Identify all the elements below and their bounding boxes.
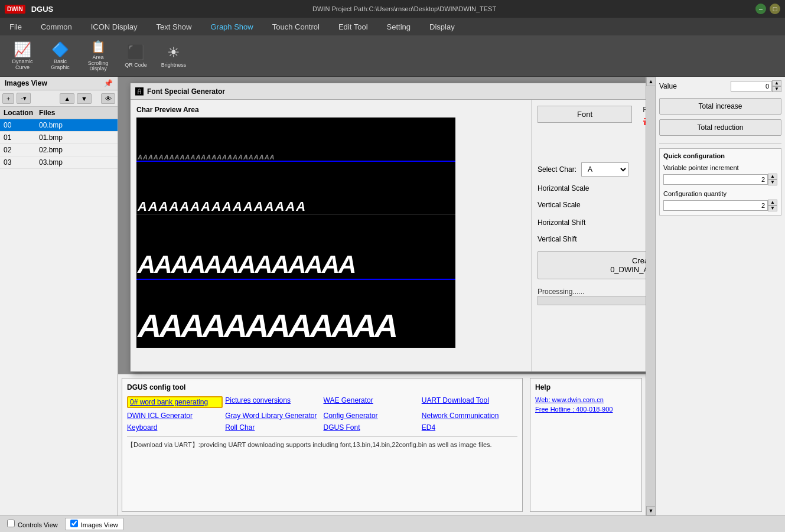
menu-file[interactable]: File	[0, 18, 31, 35]
select-char-label: Select Char:	[538, 165, 576, 174]
file-row-0[interactable]: 00 00.bmp	[0, 119, 118, 132]
tab-images-view-checkbox[interactable]	[70, 520, 78, 527]
file-location-2: 02	[4, 146, 39, 154]
toolbar-basic-graphic-label: BasicGraphic	[51, 59, 70, 71]
remove-btn[interactable]: -▾	[17, 93, 31, 104]
down-btn[interactable]: ▼	[77, 93, 92, 104]
add-btn[interactable]: +	[2, 93, 14, 104]
quick-config-title: Quick configuration	[663, 152, 777, 159]
variable-pointer-spinner: ▲ ▼	[768, 174, 777, 185]
toolbar-basic-graphic[interactable]: 🔷 BasicGraphic	[43, 38, 78, 74]
value-down[interactable]: ▼	[772, 86, 781, 92]
config-quantity-row: ▲ ▼	[663, 200, 777, 211]
font-button[interactable]: Font	[538, 106, 632, 123]
file-row-3[interactable]: 03 03.bmp	[0, 156, 118, 169]
total-increase-button[interactable]: Total increase	[659, 98, 781, 115]
center-main: 🅰 Font Special Generator – □ ✕	[118, 77, 646, 515]
scroll-down-btn[interactable]: ▼	[646, 506, 656, 515]
create-btn-line1: Create	[632, 256, 646, 265]
pin-icon[interactable]: 📌	[104, 79, 113, 87]
window-controls: – □	[755, 4, 780, 14]
select-char-row: Select Char: A B C 0 1	[538, 162, 646, 177]
toolbar-qrcode-label: QR Code	[125, 62, 147, 68]
menu-edit-tool[interactable]: Edit Tool	[329, 18, 377, 35]
menu-text-show[interactable]: Text Show	[146, 18, 201, 35]
cq-down[interactable]: ▼	[768, 205, 777, 211]
dialog-body: Char Preview Area AAAAAAAAAAAAAAAAAAAAAA…	[131, 100, 646, 371]
divider	[659, 143, 781, 143]
menu-bar: File Common ICON Display Text Show Graph…	[0, 18, 785, 35]
font-generator-dialog: 🅰 Font Special Generator – □ ✕	[130, 83, 646, 372]
project-path: DWIN Project Path:C:\Users\rnseo\Desktop…	[59, 5, 750, 12]
toolbar-brightness[interactable]: ☀ Brightness	[156, 38, 191, 74]
col-files: Files	[39, 109, 114, 117]
menu-graph-show[interactable]: Graph Show	[201, 18, 262, 35]
toolbar-area-scroll[interactable]: 📋 AreaScrollingDisplay	[80, 38, 116, 74]
file-location-1: 01	[4, 133, 39, 142]
processing-section: Processing......	[538, 288, 646, 305]
images-view-header: Images View 📌	[0, 77, 118, 90]
quick-config-section: Quick configuration Variable pointer inc…	[659, 148, 781, 216]
cq-up[interactable]: ▲	[768, 200, 777, 205]
value-input[interactable]	[731, 81, 772, 92]
config-quantity-input[interactable]	[663, 200, 768, 211]
variable-pointer-input[interactable]	[663, 174, 768, 185]
menu-common[interactable]: Common	[31, 18, 82, 35]
v-shift-row: Vertical Shift ▲ ▼	[538, 233, 646, 245]
menu-touch-control[interactable]: Touch Control	[263, 18, 329, 35]
title-bar: DWIN DGUS DWIN Project Path:C:\Users\rns…	[0, 0, 785, 18]
file-row-2[interactable]: 02 02.bmp	[0, 144, 118, 156]
right-config-panel: Value ▲ ▼ Total increase Total reduction…	[655, 77, 785, 515]
file-location-3: 03	[4, 158, 39, 167]
toolbar-qrcode[interactable]: ⬛ QR Code	[118, 38, 154, 74]
window-maximize[interactable]: □	[770, 4, 780, 14]
create-btn-line2: 0_DWIN_ASC,HZK	[610, 265, 646, 274]
v-shift-label: Vertical Shift	[538, 235, 577, 243]
scroll-track[interactable]	[646, 86, 655, 506]
vp-up[interactable]: ▲	[768, 174, 777, 179]
images-view-title: Images View	[5, 79, 47, 87]
file-row-1[interactable]: 01 01.bmp	[0, 132, 118, 144]
h-shift-row: Horizontal Shift ▲ ▼	[538, 217, 646, 229]
tab-controls-view-checkbox[interactable]	[7, 520, 15, 527]
dynamic-curve-icon: 📈	[14, 41, 31, 58]
total-reduction-button[interactable]: Total reduction	[659, 119, 781, 136]
vertical-scrollbar[interactable]: ▲ ▼	[646, 77, 655, 515]
h-shift-label: Horizontal Shift	[538, 218, 585, 227]
dialog-title-text: Font Special Generator	[147, 87, 225, 96]
file-name-0: 00.bmp	[39, 121, 114, 129]
font-name-label: Font Name:	[643, 106, 646, 114]
scroll-up-btn[interactable]: ▲	[646, 77, 656, 86]
up-btn[interactable]: ▲	[60, 93, 74, 104]
menu-setting[interactable]: Setting	[377, 18, 420, 35]
select-char-dropdown[interactable]: A B C 0 1	[581, 162, 628, 177]
menu-icon-display[interactable]: ICON Display	[82, 18, 147, 35]
preview-area-label: Char Preview Area	[136, 106, 525, 114]
processing-label: Processing......	[538, 288, 584, 296]
font-name-row: Font Font Name: 글림 A	[538, 106, 646, 153]
variable-pointer-row: ▲ ▼	[663, 174, 777, 185]
value-input-group: ▲ ▼	[731, 80, 781, 92]
value-up[interactable]: ▲	[772, 80, 781, 86]
brightness-icon: ☀	[167, 44, 180, 61]
vp-down[interactable]: ▼	[768, 179, 777, 185]
toolbar-area-scroll-label: AreaScrollingDisplay	[88, 55, 109, 73]
preview-canvas: AAAAAAAAAAAAAAAAAAAAAAAAAA AAAAAAAAAAAAA…	[136, 118, 455, 348]
create-button[interactable]: Create 0_DWIN_ASC,HZK	[538, 251, 646, 279]
value-label: Value	[659, 82, 677, 90]
toolbar-dynamic-curve[interactable]: 📈 DynamicCurve	[5, 38, 40, 74]
preview-btn[interactable]: 👁	[101, 93, 115, 104]
tab-controls-view[interactable]: Controls View	[2, 518, 63, 530]
tab-images-view-label: Images View	[81, 521, 118, 528]
value-spinner: ▲ ▼	[772, 80, 781, 92]
window-minimize[interactable]: –	[755, 4, 766, 14]
middle-row: Images View 📌 + -▾ ▲ ▼ 👁 Location Files …	[0, 77, 785, 515]
file-name-2: 02.bmp	[39, 146, 114, 154]
file-location-0: 00	[4, 121, 39, 129]
main-content: Images View 📌 + -▾ ▲ ▼ 👁 Location Files …	[0, 77, 785, 532]
tab-images-view[interactable]: Images View	[65, 518, 123, 530]
menu-display[interactable]: Display	[420, 18, 464, 35]
file-name-1: 01.bmp	[39, 133, 114, 142]
basic-graphic-icon: 🔷	[51, 41, 69, 58]
toolbar: 📈 DynamicCurve 🔷 BasicGraphic 📋 AreaScro…	[0, 35, 785, 77]
